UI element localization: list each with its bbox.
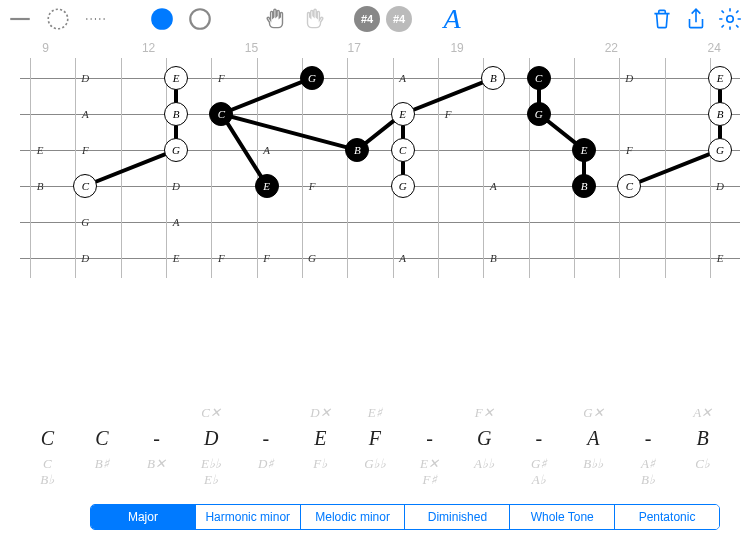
note-marker[interactable]: B bbox=[708, 102, 732, 126]
note-marker[interactable]: G bbox=[527, 102, 551, 126]
note-marker[interactable]: E bbox=[28, 138, 52, 162]
note-marker[interactable]: B bbox=[572, 174, 596, 198]
note-marker[interactable]: C bbox=[617, 174, 641, 198]
scale-note[interactable]: - bbox=[621, 427, 676, 450]
share-icon[interactable] bbox=[680, 3, 712, 35]
scale-note[interactable]: G♭♭ bbox=[348, 456, 403, 472]
sharp4-button-a[interactable]: #4 bbox=[354, 6, 380, 32]
note-marker[interactable]: F bbox=[300, 174, 324, 198]
trash-icon[interactable] bbox=[646, 3, 678, 35]
tab-harmonic-minor[interactable]: Harmonic minor bbox=[196, 505, 301, 529]
scale-note[interactable]: C bbox=[20, 427, 75, 450]
note-marker[interactable]: D bbox=[73, 246, 97, 270]
scale-note[interactable]: F✕ bbox=[457, 405, 512, 421]
note-marker[interactable]: F bbox=[617, 138, 641, 162]
note-marker[interactable]: A bbox=[481, 174, 505, 198]
note-marker[interactable]: F bbox=[255, 246, 279, 270]
scale-note[interactable]: C✕ bbox=[184, 405, 239, 421]
scale-note[interactable]: E♭♭ bbox=[184, 456, 239, 472]
scale-note[interactable]: B bbox=[675, 427, 730, 450]
note-marker[interactable]: A bbox=[164, 210, 188, 234]
right-hand-icon[interactable] bbox=[298, 3, 330, 35]
note-marker[interactable]: B bbox=[345, 138, 369, 162]
fretboard[interactable]: EBDAFCGDEBGDAEFCFAEFGFGBAECGAFBABCGEBDFC… bbox=[0, 58, 750, 278]
scale-note[interactable]: A✕ bbox=[675, 405, 730, 421]
note-marker[interactable]: A bbox=[391, 246, 415, 270]
scale-note[interactable]: B✕ bbox=[129, 456, 184, 472]
scale-note[interactable]: A♭ bbox=[511, 472, 566, 488]
note-marker[interactable]: E bbox=[572, 138, 596, 162]
scale-note[interactable]: D♯ bbox=[238, 456, 293, 472]
note-marker[interactable]: E bbox=[255, 174, 279, 198]
note-label-toggle[interactable]: A bbox=[436, 3, 468, 35]
left-hand-icon[interactable] bbox=[260, 3, 292, 35]
scale-note[interactable]: A bbox=[566, 427, 621, 450]
scale-note[interactable]: F♯ bbox=[402, 472, 457, 488]
line-tool[interactable] bbox=[4, 3, 36, 35]
note-marker[interactable]: F bbox=[209, 246, 233, 270]
tab-whole-tone[interactable]: Whole Tone bbox=[510, 505, 615, 529]
note-marker[interactable]: F bbox=[436, 102, 460, 126]
scale-note[interactable]: C bbox=[20, 456, 75, 472]
scale-note[interactable]: G bbox=[457, 427, 512, 450]
scale-note[interactable]: E bbox=[293, 427, 348, 450]
scale-note[interactable]: B♯ bbox=[75, 456, 130, 472]
settings-icon[interactable] bbox=[714, 3, 746, 35]
note-marker[interactable]: D bbox=[73, 66, 97, 90]
scale-note[interactable]: C bbox=[75, 427, 130, 450]
scale-note[interactable]: A♯ bbox=[621, 456, 676, 472]
note-marker[interactable]: F bbox=[209, 66, 233, 90]
dotted-circle-tool[interactable] bbox=[42, 3, 74, 35]
scale-note[interactable]: D bbox=[184, 427, 239, 450]
note-marker[interactable]: G bbox=[300, 66, 324, 90]
filled-circle-tool[interactable] bbox=[146, 3, 178, 35]
note-marker[interactable]: F bbox=[73, 138, 97, 162]
note-marker[interactable]: C bbox=[391, 138, 415, 162]
scale-note[interactable]: E♭ bbox=[184, 472, 239, 488]
scale-note[interactable]: F♭ bbox=[293, 456, 348, 472]
note-marker[interactable]: C bbox=[209, 102, 233, 126]
note-marker[interactable]: G bbox=[300, 246, 324, 270]
scale-note[interactable]: B♭ bbox=[20, 472, 75, 488]
scale-note[interactable]: B♭ bbox=[621, 472, 676, 488]
note-marker[interactable]: D bbox=[617, 66, 641, 90]
note-marker[interactable]: A bbox=[73, 102, 97, 126]
note-marker[interactable]: E bbox=[391, 102, 415, 126]
note-marker[interactable]: D bbox=[164, 174, 188, 198]
tab-diminished[interactable]: Diminished bbox=[405, 505, 510, 529]
note-marker[interactable]: E bbox=[708, 246, 732, 270]
note-marker[interactable]: C bbox=[527, 66, 551, 90]
note-marker[interactable]: E bbox=[708, 66, 732, 90]
note-marker[interactable]: D bbox=[708, 174, 732, 198]
note-marker[interactable]: E bbox=[164, 246, 188, 270]
note-marker[interactable]: B bbox=[164, 102, 188, 126]
note-marker[interactable]: A bbox=[255, 138, 279, 162]
scale-note[interactable]: E✕ bbox=[402, 456, 457, 472]
note-marker[interactable]: B bbox=[481, 246, 505, 270]
scale-note[interactable]: - bbox=[511, 427, 566, 450]
note-marker[interactable]: G bbox=[164, 138, 188, 162]
open-circle-tool[interactable] bbox=[184, 3, 216, 35]
note-marker[interactable]: C bbox=[73, 174, 97, 198]
note-marker[interactable]: B bbox=[28, 174, 52, 198]
scale-note[interactable]: - bbox=[238, 427, 293, 450]
sharp4-button-b[interactable]: #4 bbox=[386, 6, 412, 32]
note-marker[interactable]: G bbox=[391, 174, 415, 198]
scale-note[interactable]: G♯ bbox=[511, 456, 566, 472]
note-marker[interactable]: G bbox=[73, 210, 97, 234]
scale-note[interactable]: - bbox=[402, 427, 457, 450]
scale-note[interactable]: F bbox=[348, 427, 403, 450]
scale-note[interactable]: B♭♭ bbox=[566, 456, 621, 472]
scale-note[interactable]: - bbox=[129, 427, 184, 450]
tab-melodic-minor[interactable]: Melodic minor bbox=[301, 505, 406, 529]
scale-note[interactable]: G✕ bbox=[566, 405, 621, 421]
tab-major[interactable]: Major bbox=[91, 505, 196, 529]
scale-note[interactable]: D✕ bbox=[293, 405, 348, 421]
dotted-line-tool[interactable] bbox=[80, 3, 112, 35]
note-marker[interactable]: B bbox=[481, 66, 505, 90]
tab-pentatonic[interactable]: Pentatonic bbox=[615, 505, 719, 529]
note-marker[interactable]: E bbox=[164, 66, 188, 90]
note-marker[interactable]: A bbox=[391, 66, 415, 90]
scale-note[interactable]: C♭ bbox=[675, 456, 730, 472]
scale-note[interactable]: A♭♭ bbox=[457, 456, 512, 472]
